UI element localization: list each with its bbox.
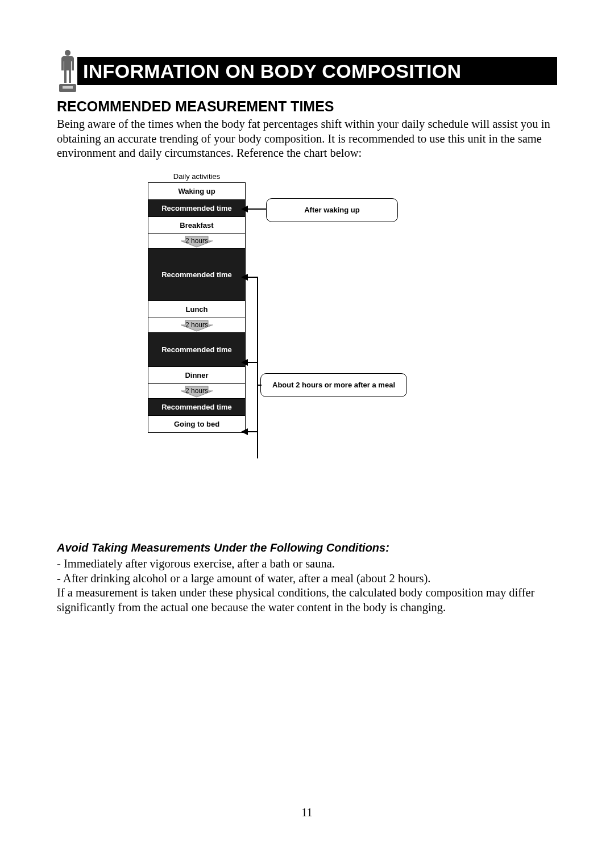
- measurement-chart: Daily activities Waking up Recommended t…: [57, 173, 557, 525]
- title-row: INFORMATION ON BODY COMPOSITION: [57, 57, 557, 88]
- row-wait-3: 2 hours: [148, 383, 245, 398]
- avoid-line-1: - Immediately after vigorous exercise, a…: [57, 557, 557, 571]
- chart-column-header: Daily activities: [148, 172, 246, 181]
- connector-line: [257, 385, 262, 386]
- connector-line: [247, 277, 258, 278]
- row-dinner: Dinner: [148, 366, 245, 383]
- row-wait-1: 2 hours: [148, 233, 245, 248]
- person-scale-icon: [57, 50, 78, 94]
- wait-label: 2 hours: [185, 237, 208, 245]
- avoid-heading: Avoid Taking Measurements Under the Foll…: [57, 541, 557, 554]
- svg-rect-1: [63, 86, 73, 89]
- wait-label: 2 hours: [185, 387, 208, 395]
- avoid-line-2: - After drinking alcohol or a large amou…: [57, 571, 557, 586]
- page-title: INFORMATION ON BODY COMPOSITION: [77, 57, 557, 85]
- callout-after-meal: About 2 hours or more after a meal: [260, 373, 407, 397]
- arrow-left-icon: [241, 206, 248, 212]
- chart-left-column: Waking up Recommended time Breakfast 2 h…: [148, 182, 246, 433]
- arrow-left-icon: [241, 274, 248, 281]
- connector-line: [247, 362, 258, 363]
- connector-line: [247, 431, 258, 432]
- row-recommended-1: Recommended time: [148, 199, 245, 216]
- wait-label: 2 hours: [185, 321, 208, 329]
- section-heading-times: RECOMMENDED MEASUREMENT TIMES: [57, 98, 557, 115]
- row-lunch: Lunch: [148, 301, 245, 318]
- row-waking-up: Waking up: [148, 182, 245, 199]
- row-going-to-bed: Going to bed: [148, 415, 245, 432]
- row-recommended-4: Recommended time: [148, 398, 245, 415]
- avoid-line-3: If a measurement is taken under these ph…: [57, 586, 557, 615]
- page-number: 11: [0, 806, 614, 819]
- row-recommended-3: Recommended time: [148, 332, 245, 366]
- row-wait-2: 2 hours: [148, 318, 245, 332]
- page: INFORMATION ON BODY COMPOSITION RECOMMEN…: [0, 0, 614, 615]
- intro-paragraph: Being aware of the times when the body f…: [57, 117, 557, 161]
- connector-endcap: [257, 431, 258, 432]
- connector-line: [247, 208, 266, 210]
- arrow-left-icon: [241, 428, 248, 435]
- callout-after-waking: After waking up: [266, 198, 398, 222]
- arrow-left-icon: [241, 359, 248, 366]
- row-breakfast: Breakfast: [148, 216, 245, 233]
- row-recommended-2: Recommended time: [148, 248, 245, 301]
